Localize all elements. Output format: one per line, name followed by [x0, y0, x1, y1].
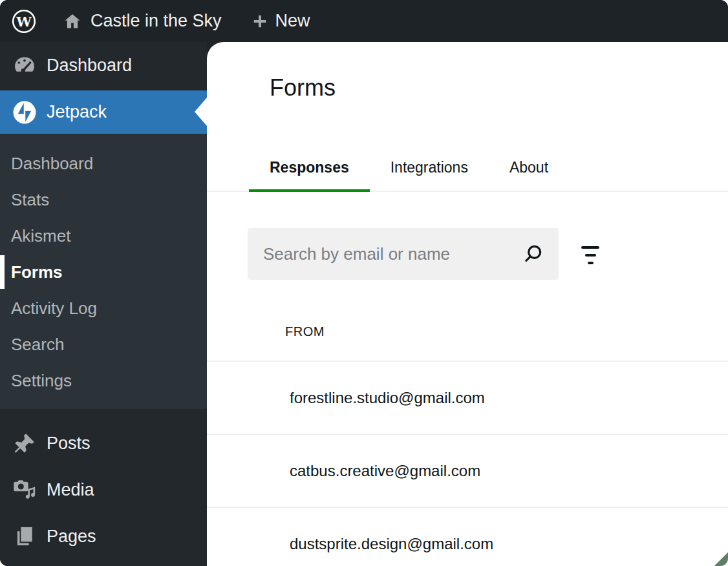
- new-content-button[interactable]: New: [252, 11, 310, 31]
- sidebar-item-media[interactable]: Media: [0, 466, 207, 513]
- column-header-from: FROM: [285, 324, 325, 339]
- sidebar-item-jetpack[interactable]: Jetpack: [0, 90, 207, 134]
- gauge-icon: [11, 52, 38, 78]
- wordpress-logo-icon[interactable]: W: [11, 8, 37, 34]
- media-icon: [11, 477, 38, 503]
- tab-integrations[interactable]: Integrations: [370, 145, 489, 191]
- submenu-item-search[interactable]: Search: [0, 326, 207, 362]
- jetpack-icon: [11, 99, 38, 126]
- from-email: dustsprite.design@gmail.com: [290, 535, 493, 553]
- search-box: [248, 228, 559, 280]
- new-label: New: [275, 11, 310, 31]
- jetpack-submenu: Dashboard Stats Akismet Forms Activity L…: [0, 134, 207, 409]
- sidebar-item-label: Pages: [47, 527, 96, 547]
- wordpress-admin-screen: W Castle in the Sky New: [0, 0, 728, 566]
- svg-text:W: W: [16, 13, 32, 29]
- submenu-item-forms[interactable]: Forms: [0, 254, 207, 290]
- from-email: forestline.studio@gmail.com: [290, 389, 485, 407]
- admin-sidebar: Dashboard Jetpack Dashboard Stats Akisme…: [0, 42, 207, 566]
- submenu-item-dashboard[interactable]: Dashboard: [0, 145, 207, 182]
- site-name-link[interactable]: Castle in the Sky: [63, 11, 222, 31]
- pages-icon: [11, 525, 38, 548]
- sidebar-item-label: Dashboard: [47, 56, 132, 76]
- submenu-item-stats[interactable]: Stats: [0, 182, 207, 218]
- tab-bar: Responses Integrations About: [207, 145, 728, 192]
- sidebar-item-label: Posts: [47, 434, 91, 454]
- from-email: catbus.creative@gmail.com: [290, 462, 480, 480]
- submenu-item-akismet[interactable]: Akismet: [0, 218, 207, 254]
- page-title: Forms: [270, 74, 336, 101]
- sidebar-item-label: Jetpack: [47, 102, 107, 122]
- admin-bar: W Castle in the Sky New: [0, 0, 728, 42]
- sidebar-item-label: Media: [47, 480, 94, 500]
- table-row[interactable]: forestline.studio@gmail.com: [207, 362, 728, 435]
- filter-icon: [581, 246, 599, 249]
- sidebar-item-dashboard[interactable]: Dashboard: [0, 45, 207, 86]
- search-input[interactable]: [248, 228, 559, 280]
- table-row[interactable]: dustsprite.design@gmail.com: [207, 508, 728, 566]
- table-row[interactable]: catbus.creative@gmail.com: [207, 435, 728, 508]
- pushpin-icon: [11, 432, 38, 455]
- plus-icon: [252, 13, 268, 30]
- current-menu-arrow: [195, 98, 207, 126]
- home-icon: [63, 12, 82, 31]
- forms-page: Forms Responses Integrations About FROM …: [207, 42, 728, 566]
- submenu-item-activity-log[interactable]: Activity Log: [0, 290, 207, 326]
- site-name: Castle in the Sky: [91, 11, 222, 31]
- responses-table: forestline.studio@gmail.com catbus.creat…: [207, 361, 728, 566]
- sidebar-item-posts[interactable]: Posts: [0, 420, 207, 466]
- sidebar-item-pages[interactable]: Pages: [0, 513, 207, 560]
- search-icon[interactable]: [521, 242, 544, 266]
- tab-about[interactable]: About: [489, 145, 569, 191]
- tab-responses[interactable]: Responses: [249, 145, 370, 191]
- submenu-item-settings[interactable]: Settings: [0, 362, 207, 399]
- filter-button[interactable]: [578, 243, 603, 267]
